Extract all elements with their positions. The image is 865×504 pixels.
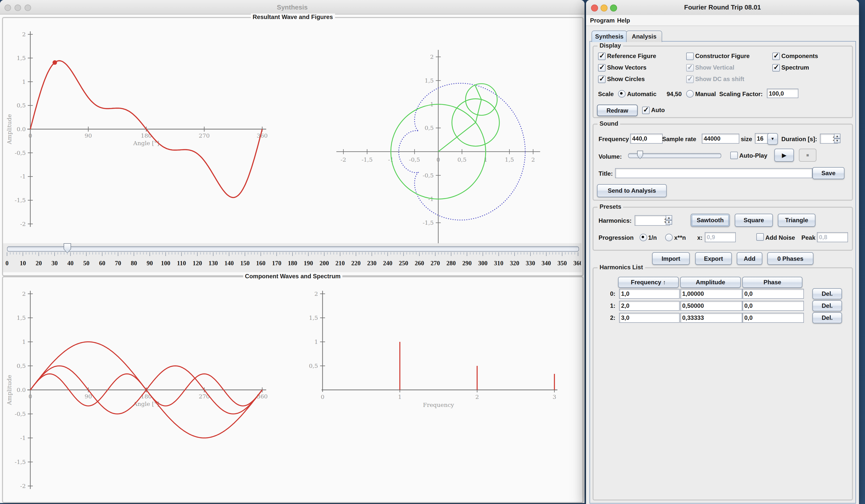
sort-frequency-header-button[interactable]: Frequency ↑ <box>618 277 679 288</box>
import-button[interactable]: Import <box>652 252 690 265</box>
stop-icon: ■ <box>806 153 809 158</box>
harmonics-list-title: Harmonics List <box>598 264 645 271</box>
main-titlebar[interactable]: Fourier Round Trip 08.01 <box>586 0 859 15</box>
harmonic-amplitude-field[interactable]: 1,00000 <box>680 289 742 299</box>
components-label: Components <box>781 52 818 60</box>
display-group-title: Display <box>598 42 623 49</box>
spectrum-label: Spectrum <box>781 64 809 71</box>
components-checkbox[interactable] <box>772 52 780 60</box>
add-button[interactable]: Add <box>737 252 762 265</box>
resultant-panel-title: Resultant Wave and Figures <box>251 13 335 21</box>
component-panel: Component Waves and Spectrum <box>2 276 584 503</box>
scale-manual-radio[interactable] <box>686 90 694 97</box>
reference-figure-checkbox[interactable] <box>598 52 606 60</box>
title-field[interactable] <box>615 168 812 178</box>
scale-label: Scale <box>598 91 614 97</box>
scaling-factor-field[interactable]: 100,0 <box>767 89 798 98</box>
spinner-up-icon[interactable]: ▲ <box>666 215 672 220</box>
auto-play-label: Auto-Play <box>739 152 767 159</box>
reference-figure-label: Reference Figure <box>607 52 656 60</box>
delete-harmonic-button[interactable]: Del. <box>812 288 842 299</box>
title-label: Title: <box>599 170 613 177</box>
auto-label: Auto <box>651 107 665 114</box>
show-vertical-label: Show Vertical <box>695 64 734 71</box>
add-noise-label: Add Noise <box>765 234 795 241</box>
x-field: 0,9 <box>705 232 736 242</box>
harmonic-phase-field[interactable]: 0,0 <box>742 289 804 299</box>
show-dc-as-shift-label: Show DC as shift <box>695 75 744 83</box>
send-to-analysis-button[interactable]: Send to Analysis <box>597 184 667 197</box>
sort-phase-header-button[interactable]: Phase <box>742 277 803 288</box>
redraw-button[interactable]: Redraw <box>597 105 638 116</box>
frequency-label: Frequency <box>599 136 629 143</box>
size-label: size <box>741 136 752 143</box>
menu-help[interactable]: Help <box>617 17 630 24</box>
resultant-panel: Resultant Wave and Figures <box>2 17 584 276</box>
progression-1n-label: 1/n <box>648 234 657 241</box>
row-index: 0: <box>610 290 615 297</box>
play-button[interactable]: ▶ <box>774 149 794 162</box>
menubar: Program Help <box>586 15 859 26</box>
square-button[interactable]: Square <box>735 214 773 227</box>
scaling-factor-label: Scaling Factor: <box>719 91 763 97</box>
row-index: 2: <box>610 314 615 321</box>
spinner-down-icon[interactable]: ▼ <box>834 138 841 143</box>
harmonic-phase-field[interactable]: 0,0 <box>742 301 804 311</box>
save-button[interactable]: Save <box>812 167 844 179</box>
spinner-down-icon[interactable]: ▼ <box>666 220 672 225</box>
delete-harmonic-button[interactable]: Del. <box>812 300 842 311</box>
presets-group: Presets <box>592 207 853 251</box>
harmonics-label: Harmonics: <box>599 217 632 224</box>
sample-rate-field[interactable]: 44000 <box>702 133 739 144</box>
tab-synthesis[interactable]: Synthesis <box>591 31 627 42</box>
show-circles-checkbox[interactable] <box>598 75 606 83</box>
frequency-field[interactable]: 440,0 <box>630 133 662 144</box>
constructor-figure-checkbox[interactable] <box>686 52 694 60</box>
auto-play-checkbox[interactable] <box>730 152 738 159</box>
harmonic-frequency-field[interactable]: 2,0 <box>619 301 680 311</box>
sound-group-title: Sound <box>598 120 620 127</box>
scale-manual-label: Manual <box>695 91 716 97</box>
window-title: Synthesis <box>0 3 585 11</box>
spectrum-checkbox[interactable] <box>772 64 780 72</box>
triangle-button[interactable]: Triangle <box>778 214 816 227</box>
scale-automatic-label: Automatic <box>627 91 656 97</box>
export-button[interactable]: Export <box>695 252 732 265</box>
tab-analysis[interactable]: Analysis <box>626 31 662 42</box>
harmonics-spinner[interactable]: ▲▼ <box>666 215 672 225</box>
auto-checkbox[interactable] <box>642 107 650 114</box>
scale-automatic-radio[interactable] <box>618 90 626 97</box>
sort-amplitude-header-button[interactable]: Amplitude <box>680 277 741 288</box>
stop-button[interactable]: ■ <box>799 149 816 162</box>
harmonics-field[interactable]: 3 <box>635 215 670 226</box>
synthesis-titlebar[interactable]: Synthesis <box>0 0 585 14</box>
x-label: x: <box>697 234 702 241</box>
fourier-round-trip-window: Fourier Round Trip 08.01 Program Help Sy… <box>586 0 859 504</box>
show-vertical-checkbox <box>686 64 694 72</box>
peak-field: 0,8 <box>817 232 848 242</box>
constructor-figure-label: Constructor Figure <box>695 52 750 60</box>
add-noise-checkbox[interactable] <box>756 233 764 241</box>
harmonic-frequency-field[interactable]: 1,0 <box>619 289 680 299</box>
show-vectors-checkbox[interactable] <box>598 64 606 72</box>
harmonic-phase-field[interactable]: 0,0 <box>742 313 804 323</box>
sawtooth-button[interactable]: Sawtooth <box>691 214 730 227</box>
duration-label: Duration [s]: <box>781 136 817 143</box>
delete-harmonic-button[interactable]: Del. <box>812 312 842 323</box>
volume-label: Volume: <box>599 153 622 160</box>
row-index: 1: <box>610 302 615 309</box>
progression-xn-radio[interactable] <box>665 234 673 241</box>
menu-program[interactable]: Program <box>590 17 615 24</box>
harmonic-frequency-field[interactable]: 3,0 <box>619 313 680 323</box>
harmonic-amplitude-field[interactable]: 0,50000 <box>680 301 742 311</box>
zero-phases-button[interactable]: 0 Phases <box>767 252 814 265</box>
duration-spinner[interactable]: ▲▼ <box>834 133 841 143</box>
progression-1n-radio[interactable] <box>639 234 647 241</box>
show-circles-label: Show Circles <box>607 75 645 83</box>
size-combo-arrow-icon[interactable]: ▼ <box>767 133 778 145</box>
peak-label: Peak <box>801 234 816 241</box>
angle-slider-track[interactable] <box>7 246 579 252</box>
show-dc-as-shift-checkbox <box>686 75 694 83</box>
harmonic-amplitude-field[interactable]: 0,33333 <box>680 313 742 323</box>
spinner-up-icon[interactable]: ▲ <box>834 133 841 138</box>
